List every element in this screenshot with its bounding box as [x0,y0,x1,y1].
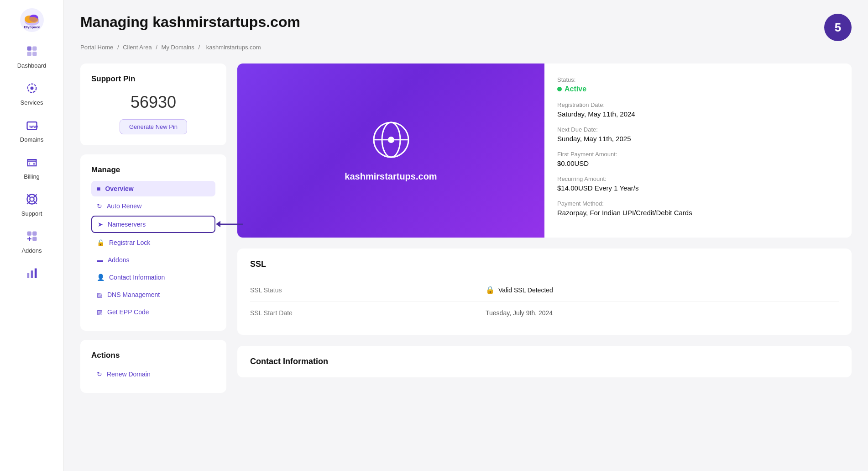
nameservers-label: Nameservers [108,221,146,228]
notification-badge[interactable]: 5 [824,14,852,41]
support-label: Support [21,210,42,217]
support-pin-heading: Support Pin [91,74,215,84]
registration-label: Registration Date: [557,101,839,108]
actions-list: ↻ Renew Domain [91,366,215,382]
breadcrumb-portal-home[interactable]: Portal Home [80,44,113,51]
svg-text:www: www [29,125,38,129]
svg-rect-26 [31,270,33,278]
svg-point-14 [33,163,35,165]
payment-method-row: Payment Method: Razorpay, For Indian UPI… [557,200,839,217]
sidebar-item-dashboard[interactable]: Dashboard [7,38,57,74]
services-label: Services [21,99,43,106]
services-icon [24,80,40,96]
next-due-row: Next Due Date: Sunday, May 11th, 2025 [557,126,839,143]
addons-manage-label: Addons [108,256,129,264]
actions-card: Actions ↻ Renew Domain [80,340,226,393]
svg-rect-23 [32,232,37,236]
registrar-lock-label: Registrar Lock [109,239,150,246]
nameservers-arrow [220,224,243,225]
content-grid: Support Pin 56930 Generate New Pin Manag… [80,64,852,393]
globe-icon [371,119,412,162]
svg-rect-9 [32,52,37,56]
manage-list: ■ Overview ↻ Auto Renew ➤ Nameservers [91,181,215,320]
ssl-start-row: SSL Start Date Tuesday, July 9th, 2024 [250,302,839,324]
main-content: Managing kashmirstartups.com 5 Portal Ho… [64,0,868,471]
ssl-status-label: SSL Status [250,278,486,302]
recurring-label: Recurring Amount: [557,175,839,182]
manage-heading: Manage [91,165,215,175]
addons-icon [24,228,40,244]
sidebar-item-domains[interactable]: www Domains [7,112,57,148]
registration-value: Saturday, May 11th, 2024 [557,110,839,118]
nameservers-icon: ➤ [98,221,103,228]
recurring-row: Recurring Amount: $14.00USD Every 1 Year… [557,175,839,192]
manage-item-nameservers[interactable]: ➤ Nameservers [91,216,215,233]
manage-item-epp[interactable]: ▨ Get EPP Code [91,304,215,320]
svg-rect-25 [27,273,29,278]
overview-icon: ■ [97,185,100,192]
domain-info-wrapper: kashmirstartups.com Status: Active Regis… [237,64,852,238]
registration-row: Registration Date: Saturday, May 11th, 2… [557,101,839,118]
manage-item-auto-renew[interactable]: ↻ Auto Renew [91,198,215,214]
right-panel: kashmirstartups.com Status: Active Regis… [237,64,852,393]
sidebar-item-addons[interactable]: Addons [7,223,57,259]
dashboard-label: Dashboard [17,62,47,69]
manage-item-addons[interactable]: ▬ Addons [91,252,215,268]
svg-rect-22 [27,232,31,236]
ssl-table: SSL Status 🔒 Valid SSL Detected SSL Star… [250,278,839,324]
overview-label: Overview [105,185,133,192]
dns-icon: ▨ [97,291,103,298]
sidebar-item-services[interactable]: Services [7,75,57,111]
ssl-status-row: SSL Status 🔒 Valid SSL Detected [250,278,839,302]
sidebar-item-stats[interactable] [7,260,57,286]
contact-info-icon: 👤 [97,274,105,281]
billing-label: Billing [24,173,40,180]
action-item-renew[interactable]: ↻ Renew Domain [91,366,215,382]
svg-rect-24 [32,237,37,241]
top-bar: Managing kashmirstartups.com 5 [80,14,852,41]
svg-point-4 [26,17,38,23]
manage-card: Manage ■ Overview ↻ Auto Renew ➤ Nameser… [80,154,226,331]
svg-point-31 [388,137,394,143]
manage-item-dns[interactable]: ▨ DNS Management [91,287,215,302]
status-dot [557,87,562,91]
breadcrumb-current: kashmirstartups.com [206,44,261,51]
breadcrumb-my-domains[interactable]: My Domains [162,44,194,51]
lock-icon: 🔒 [486,286,495,294]
support-pin-card: Support Pin 56930 Generate New Pin [80,64,226,145]
svg-rect-7 [32,47,37,51]
svg-rect-27 [34,269,37,278]
contact-info-label: Contact Information [109,274,165,281]
logo[interactable]: ElySpace [19,7,45,33]
epp-label: Get EPP Code [107,308,149,316]
contact-section-heading: Contact Information [250,357,839,366]
ssl-status-value: Valid SSL Detected [498,286,553,294]
actions-heading: Actions [91,351,215,360]
payment-method-label: Payment Method: [557,200,839,207]
domain-visual: kashmirstartups.com [237,64,544,238]
svg-point-11 [30,87,33,90]
page-title: Managing kashmirstartups.com [80,14,300,31]
auto-renew-label: Auto Renew [107,202,141,210]
domains-label: Domains [20,136,43,143]
sidebar-item-support[interactable]: Support [7,186,57,222]
svg-text:ElySpace: ElySpace [24,25,40,29]
manage-item-registrar-lock[interactable]: 🔒 Registrar Lock [91,235,215,250]
ssl-heading: SSL [250,259,839,269]
sidebar-item-billing[interactable]: $ Billing [7,149,57,185]
contact-section: Contact Information [237,346,852,377]
first-payment-label: First Payment Amount: [557,151,839,158]
generate-pin-button[interactable]: Generate New Pin [120,119,187,134]
left-panel: Support Pin 56930 Generate New Pin Manag… [80,64,226,393]
epp-icon: ▨ [97,308,103,316]
dashboard-icon [24,43,40,59]
manage-item-overview[interactable]: ■ Overview [91,181,215,196]
manage-item-contact-info[interactable]: 👤 Contact Information [91,270,215,285]
status-row: Status: Active [557,76,839,93]
breadcrumb-client-area[interactable]: Client Area [123,44,152,51]
first-payment-value: $0.00USD [557,159,839,167]
billing-icon: $ [24,154,40,170]
payment-method-value: Razorpay, For Indian UPI/Credit/Debit Ca… [557,209,839,217]
ssl-start-label: SSL Start Date [250,302,486,324]
recurring-value: $14.00USD Every 1 Year/s [557,184,839,192]
